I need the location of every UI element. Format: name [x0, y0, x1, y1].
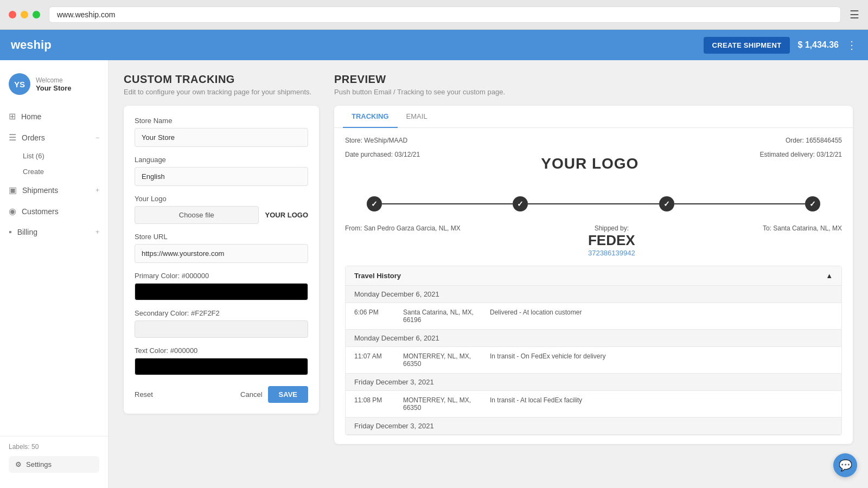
store-url-input[interactable]	[135, 244, 308, 263]
sidebar-subitem-create[interactable]: Create	[0, 164, 108, 179]
reset-button[interactable]: Reset	[135, 390, 153, 399]
save-button[interactable]: SAVE	[268, 386, 308, 403]
logo: weship	[11, 38, 52, 52]
carrier-name: FEDEX	[588, 232, 635, 249]
primary-color-swatch[interactable]	[135, 283, 308, 300]
custom-tracking-panel: CUSTOM TRACKING Edit to configure your o…	[124, 73, 319, 475]
sidebar-item-shipments-label: Shipments	[22, 186, 90, 195]
travel-history-section: Travel History ▲ Monday December 6, 2021…	[345, 266, 842, 435]
preview-date-purchased: Date purchased: 03/12/21	[345, 151, 420, 185]
store-url-group: Store URL	[135, 233, 308, 263]
travel-history-header[interactable]: Travel History ▲	[346, 266, 841, 286]
sidebar-item-customers[interactable]: ◉ Customers	[0, 201, 108, 222]
maximize-button[interactable]	[33, 11, 40, 18]
sidebar-item-billing[interactable]: ▪ Billing +	[0, 222, 108, 242]
language-label: Language	[135, 156, 308, 164]
your-logo-group: Your Logo Choose file YOUR LOGO	[135, 195, 308, 224]
preview-estimated-delivery: Estimated delivery: 03/12/21	[760, 151, 842, 185]
your-logo-placeholder-text: YOUR LOGO	[265, 211, 308, 219]
sidebar-item-orders-label: Orders	[22, 133, 90, 142]
tab-email[interactable]: EMAIL	[398, 106, 436, 128]
tracking-number[interactable]: 372386139942	[588, 249, 635, 257]
preview-order: Order: 1655846455	[786, 137, 842, 144]
custom-tracking-form: Store Name Language Your Logo Choose fil…	[124, 106, 319, 414]
preview-title: PREVIEW	[334, 73, 853, 86]
home-icon: ⊞	[9, 111, 16, 121]
logo-upload-row: Choose file YOUR LOGO	[135, 206, 308, 224]
history-date-3: Friday December 3, 2021	[346, 374, 841, 391]
store-name-group: Store Name	[135, 117, 308, 147]
store-name-input[interactable]	[135, 128, 308, 147]
event-time-2: 11:07 AM	[354, 352, 392, 368]
traffic-lights	[9, 11, 40, 18]
sidebar-bottom: Labels: 50 ⚙ Settings	[0, 436, 108, 479]
shipments-icon: ▣	[9, 185, 17, 195]
step-1: ✓	[367, 196, 382, 211]
step-4: ✓	[805, 196, 820, 211]
preview-card: TRACKING EMAIL Store: WeShip/MAAD Order:…	[334, 106, 853, 444]
url-bar[interactable]: www.weship.com	[49, 7, 841, 23]
settings-button[interactable]: ⚙ Settings	[9, 456, 99, 473]
cancel-button[interactable]: Cancel	[240, 386, 262, 403]
hamburger-icon[interactable]: ☰	[850, 8, 859, 21]
language-input[interactable]	[135, 167, 308, 186]
close-button[interactable]	[9, 11, 16, 18]
secondary-color-swatch[interactable]	[135, 320, 308, 338]
preview-content: Store: WeShip/MAAD Order: 1655846455 Dat…	[334, 128, 853, 444]
secondary-color-label: Secondary Color: #F2F2F2	[135, 309, 308, 317]
shipped-by: Shipped by: FEDEX 372386139942	[588, 224, 635, 257]
app: weship CREATE SHIPMENT $ 1,434.36 ⋮ YS W…	[0, 30, 868, 488]
event-status-3: In transit - At local FedEx facility	[490, 396, 833, 412]
user-area: YS Welcome Your Store	[0, 69, 108, 106]
more-options-icon[interactable]: ⋮	[846, 38, 857, 52]
history-event-row-2: 11:07 AM MONTERREY, NL, MX, 66350 In tra…	[346, 347, 841, 374]
action-buttons: Cancel SAVE	[240, 386, 308, 403]
sidebar: YS Welcome Your Store ⊞ Home ☰ Orders − …	[0, 60, 108, 488]
preview-header-row: Store: WeShip/MAAD Order: 1655846455	[345, 137, 842, 144]
create-shipment-button[interactable]: CREATE SHIPMENT	[704, 37, 790, 54]
history-event-row-3: 11:08 PM MONTERREY, NL, MX, 66350 In tra…	[346, 391, 841, 418]
sidebar-subitem-list[interactable]: List (6)	[0, 148, 108, 164]
avatar: YS	[9, 73, 30, 95]
settings-gear-icon: ⚙	[15, 460, 22, 468]
language-group: Language	[135, 156, 308, 186]
browser-chrome: www.weship.com ☰	[0, 0, 868, 30]
event-location-3: MONTERREY, NL, MX, 66350	[403, 396, 479, 412]
welcome-text: Welcome	[36, 76, 72, 84]
from-location: From: San Pedro Garza Garcia, NL, MX	[345, 224, 461, 232]
main-layout: YS Welcome Your Store ⊞ Home ☰ Orders − …	[0, 60, 868, 488]
orders-icon: ☰	[9, 132, 16, 143]
tab-tracking[interactable]: TRACKING	[343, 106, 398, 128]
sidebar-item-billing-label: Billing	[17, 228, 90, 236]
billing-expand-icon: +	[95, 228, 99, 236]
text-color-group: Text Color: #000000	[135, 346, 308, 375]
balance-display: $ 1,434.36	[797, 40, 839, 50]
minimize-button[interactable]	[21, 11, 28, 18]
text-color-swatch[interactable]	[135, 358, 308, 375]
preview-logo-placeholder: YOUR LOGO	[541, 151, 639, 177]
event-time-3: 11:08 PM	[354, 396, 392, 412]
sidebar-item-home-label: Home	[21, 112, 99, 121]
shipping-info: From: San Pedro Garza Garcia, NL, MX Shi…	[345, 224, 842, 257]
travel-history-toggle-icon: ▲	[826, 272, 833, 280]
shipped-by-label: Shipped by:	[588, 224, 635, 232]
shipments-expand-icon: +	[95, 187, 99, 194]
sidebar-item-customers-label: Customers	[22, 207, 99, 216]
content-area: CUSTOM TRACKING Edit to configure your o…	[108, 60, 868, 488]
store-name-label: Store Name	[135, 117, 308, 125]
sidebar-item-shipments[interactable]: ▣ Shipments +	[0, 179, 108, 201]
sidebar-item-orders[interactable]: ☰ Orders −	[0, 127, 108, 148]
progress-track: ✓ ✓ ✓ ✓	[345, 192, 842, 216]
your-logo-label: Your Logo	[135, 195, 308, 203]
preview-dates-row: Date purchased: 03/12/21 YOUR LOGO Estim…	[345, 151, 842, 185]
step-line-3	[674, 203, 805, 204]
to-location: To: Santa Catarina, NL, MX	[763, 224, 842, 232]
custom-tracking-title: CUSTOM TRACKING	[124, 73, 319, 86]
top-nav: weship CREATE SHIPMENT $ 1,434.36 ⋮	[0, 30, 868, 60]
secondary-color-group: Secondary Color: #F2F2F2	[135, 309, 308, 338]
sidebar-item-home[interactable]: ⊞ Home	[0, 106, 108, 127]
form-actions: Reset Cancel SAVE	[135, 386, 308, 403]
choose-file-button[interactable]: Choose file	[135, 206, 259, 224]
store-url-label: Store URL	[135, 233, 308, 241]
chat-bubble[interactable]: 💬	[833, 453, 857, 477]
